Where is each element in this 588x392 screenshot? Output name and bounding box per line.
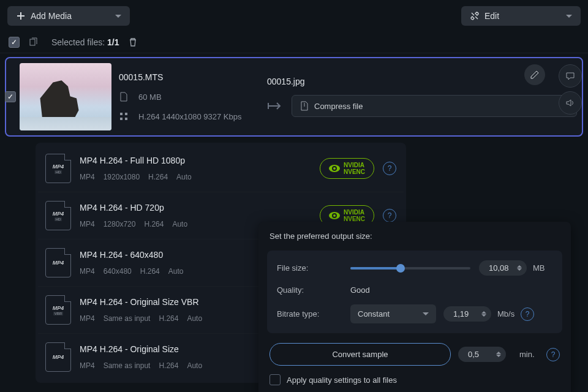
compress-icon: [300, 101, 309, 111]
bitrate-spinner[interactable]: 1,19: [443, 306, 491, 322]
apply-all-label: Apply quality settings to all files: [287, 375, 397, 385]
bitrate-unit: Mb/s: [497, 309, 517, 318]
subtitle-button[interactable]: [559, 64, 582, 88]
convert-sample-button[interactable]: Convert sample: [270, 343, 451, 366]
sample-length-spinner[interactable]: 0,5: [458, 347, 506, 362]
chevron-down-icon: [115, 15, 121, 18]
file-thumbnail: [20, 63, 111, 130]
svg-rect-4: [125, 118, 127, 120]
compress-panel: Set the preferred output size: File size…: [258, 222, 571, 392]
resolution-icon: [119, 111, 129, 121]
help-icon[interactable]: ?: [383, 209, 396, 222]
preset-meta: MP41920x1080H.264Auto: [80, 173, 311, 181]
filesize-unit: MB: [533, 263, 552, 273]
help-icon[interactable]: ?: [383, 162, 396, 175]
spinner-up[interactable]: [496, 352, 501, 354]
file-row[interactable]: 00015.MTS 60 MB H.264 1440x1080 9327 Kbp…: [5, 57, 583, 137]
filesize-slider[interactable]: [350, 267, 470, 270]
preset-item[interactable]: MP4 HD MP4 H.264 - Full HD 1080p MP41920…: [38, 145, 404, 192]
quality-label: Quality:: [277, 285, 350, 295]
filesize-spinner[interactable]: 10,08: [479, 260, 527, 276]
filesize-label: File size:: [277, 263, 350, 273]
format-icon: MP4 HD: [45, 201, 71, 230]
spinner-up[interactable]: [517, 265, 522, 268]
spinner-down[interactable]: [496, 355, 501, 357]
nvidia-eye-icon: [329, 212, 340, 219]
bitrate-type-dropdown[interactable]: Constant: [350, 304, 436, 323]
chevron-down-icon: [566, 15, 572, 18]
add-media-label: Add Media: [31, 11, 72, 21]
speech-icon: [565, 71, 575, 81]
select-all-checkbox[interactable]: [9, 37, 20, 48]
compress-label: Compress file: [314, 102, 363, 111]
nvidia-badge: NVIDIANVENC: [320, 158, 374, 179]
trash-icon[interactable]: [128, 37, 138, 47]
audio-button[interactable]: [559, 91, 582, 115]
spinner-up[interactable]: [481, 311, 486, 314]
svg-rect-2: [125, 113, 127, 115]
spinner-down[interactable]: [481, 314, 486, 317]
help-icon[interactable]: ?: [546, 348, 560, 361]
plus-icon: [16, 11, 26, 21]
nvidia-eye-icon: [329, 165, 340, 172]
quality-value: Good: [350, 285, 370, 295]
svg-rect-1: [120, 113, 123, 115]
rename-button[interactable]: [524, 64, 545, 85]
bitrate-label: Bitrate type:: [277, 309, 350, 318]
file-size: 60 MB: [138, 92, 162, 102]
file-icon: [119, 92, 129, 102]
file-checkbox[interactable]: [5, 91, 16, 102]
slider-thumb[interactable]: [396, 264, 405, 273]
format-icon: MP4: [45, 248, 71, 277]
tools-icon: [470, 11, 480, 21]
apply-all-checkbox[interactable]: [270, 374, 281, 385]
speaker-icon: [565, 98, 575, 108]
format-icon: MP4 HD: [45, 154, 71, 183]
format-icon: MP4: [45, 342, 71, 372]
file-name: 00015.MTS: [119, 72, 260, 82]
selected-files-text: Selected files: 1/1: [51, 37, 119, 47]
help-icon[interactable]: ?: [521, 307, 534, 321]
arrow-right-icon: [267, 100, 284, 111]
panel-title: Set the preferred output size:: [258, 230, 571, 247]
preset-title: MP4 H.264 - HD 720p: [80, 203, 311, 213]
preset-title: MP4 H.264 - Full HD 1080p: [80, 156, 311, 165]
svg-rect-3: [120, 118, 123, 120]
copy-icon[interactable]: [28, 37, 38, 47]
chevron-down-icon: [423, 312, 429, 315]
format-icon: MP4 VBR: [45, 295, 71, 325]
svg-rect-0: [30, 39, 35, 45]
sample-unit: min.: [519, 350, 539, 359]
pencil-icon: [530, 70, 540, 80]
edit-label: Edit: [484, 11, 499, 21]
compress-dropdown[interactable]: Compress file: [292, 95, 577, 117]
edit-button[interactable]: Edit: [461, 6, 581, 26]
selection-bar: Selected files: 1/1: [0, 32, 588, 53]
add-media-button[interactable]: Add Media: [7, 6, 130, 26]
file-specs: H.264 1440x1080 9327 Kbps: [138, 112, 241, 121]
spinner-down[interactable]: [517, 268, 522, 271]
